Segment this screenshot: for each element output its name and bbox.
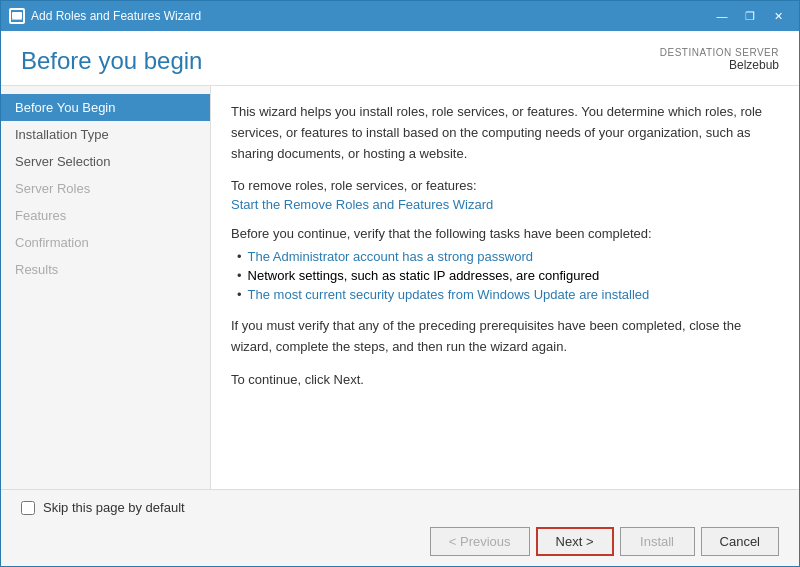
dest-server-name: Belzebub	[660, 58, 779, 72]
continue-text: To continue, click Next.	[231, 372, 779, 387]
install-button[interactable]: Install	[620, 527, 695, 556]
button-row: < Previous Next > Install Cancel	[21, 527, 779, 556]
remove-label: To remove roles, role services, or featu…	[231, 178, 779, 193]
previous-button[interactable]: < Previous	[430, 527, 530, 556]
sidebar-item-before-you-begin[interactable]: Before You Begin	[1, 94, 210, 121]
titlebar-controls: — ❐ ✕	[709, 6, 791, 26]
cancel-button[interactable]: Cancel	[701, 527, 779, 556]
bullet-text-3: The most current security updates from W…	[248, 287, 650, 302]
header-section: Before you begin DESTINATION SERVER Belz…	[1, 31, 799, 86]
sidebar-item-results: Results	[1, 256, 210, 283]
window-title: Add Roles and Features Wizard	[31, 9, 201, 23]
bullet-list: • The Administrator account has a strong…	[237, 249, 779, 302]
checkbox-row: Skip this page by default	[21, 500, 779, 515]
page-title: Before you begin	[21, 47, 202, 75]
close-button[interactable]: ✕	[765, 6, 791, 26]
dest-server-label: DESTINATION SERVER	[660, 47, 779, 58]
svg-rect-2	[12, 19, 22, 20]
body-area: Before You Begin Installation Type Serve…	[1, 86, 799, 489]
sidebar: Before You Begin Installation Type Serve…	[1, 86, 211, 489]
skip-checkbox[interactable]	[21, 501, 35, 515]
wizard-window: Add Roles and Features Wizard — ❐ ✕ Befo…	[0, 0, 800, 567]
titlebar-left: Add Roles and Features Wizard	[9, 8, 201, 24]
sidebar-item-confirmation: Confirmation	[1, 229, 210, 256]
minimize-button[interactable]: —	[709, 6, 735, 26]
app-icon	[9, 8, 25, 24]
footer-area: Skip this page by default < Previous Nex…	[1, 489, 799, 566]
sidebar-item-server-roles: Server Roles	[1, 175, 210, 202]
restore-button[interactable]: ❐	[737, 6, 763, 26]
bullet-marker-2: •	[237, 268, 242, 283]
destination-server-info: DESTINATION SERVER Belzebub	[660, 47, 779, 72]
main-wrapper: Before you begin DESTINATION SERVER Belz…	[1, 31, 799, 566]
bullet-marker-1: •	[237, 249, 242, 264]
sidebar-item-installation-type[interactable]: Installation Type	[1, 121, 210, 148]
bullet-text-1: The Administrator account has a strong p…	[248, 249, 533, 264]
titlebar: Add Roles and Features Wizard — ❐ ✕	[1, 1, 799, 31]
bullet-text-2: Network settings, such as static IP addr…	[248, 268, 600, 283]
main-content: This wizard helps you install roles, rol…	[211, 86, 799, 489]
next-button[interactable]: Next >	[536, 527, 614, 556]
svg-rect-1	[12, 12, 22, 19]
bullet-item-1: • The Administrator account has a strong…	[237, 249, 779, 264]
verify-label: Before you continue, verify that the fol…	[231, 226, 779, 241]
remove-features-link[interactable]: Start the Remove Roles and Features Wiza…	[231, 197, 493, 212]
bullet-item-2: • Network settings, such as static IP ad…	[237, 268, 779, 283]
sidebar-item-features: Features	[1, 202, 210, 229]
bullet-item-3: • The most current security updates from…	[237, 287, 779, 302]
sidebar-item-server-selection[interactable]: Server Selection	[1, 148, 210, 175]
intro-text: This wizard helps you install roles, rol…	[231, 102, 779, 164]
warning-text: If you must verify that any of the prece…	[231, 316, 779, 358]
skip-checkbox-label[interactable]: Skip this page by default	[43, 500, 185, 515]
bullet-marker-3: •	[237, 287, 242, 302]
